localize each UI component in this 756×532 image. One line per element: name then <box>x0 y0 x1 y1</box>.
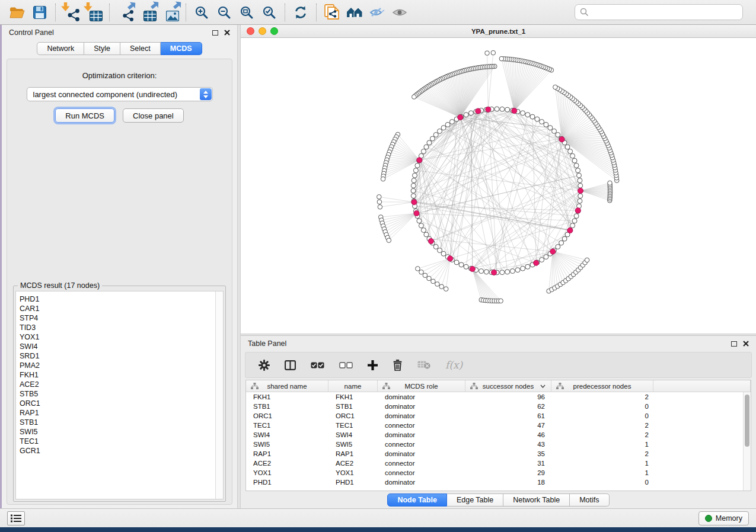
mcds-result-item[interactable]: ACE2 <box>20 380 223 389</box>
mcds-result-item[interactable]: CAR1 <box>20 304 223 313</box>
mcds-result-item[interactable]: FKH1 <box>20 370 223 380</box>
table-cell: FKH1 <box>328 392 378 402</box>
settings-gear-icon[interactable] <box>259 360 270 371</box>
float-panel-icon[interactable] <box>212 30 218 36</box>
table-row[interactable]: FKH1FKH1dominator962 <box>246 392 751 402</box>
function-builder-icon[interactable]: f(x) <box>445 359 462 371</box>
zoom-out-button[interactable] <box>213 2 235 23</box>
table-cell: 29 <box>465 468 551 477</box>
maximize-window-icon[interactable] <box>270 27 278 35</box>
run-mcds-button[interactable]: Run MCDS <box>55 108 114 123</box>
table-row[interactable]: SWI5SWI5connector431 <box>246 440 751 449</box>
tab-node-table[interactable]: Node Table <box>387 493 446 507</box>
mcds-result-item[interactable]: TID3 <box>20 323 223 332</box>
tab-network[interactable]: Network <box>37 42 84 55</box>
mcds-result-item[interactable]: GCR1 <box>20 446 223 456</box>
task-history-button[interactable] <box>7 511 25 525</box>
columns-icon[interactable] <box>285 360 296 370</box>
close-panel-icon[interactable] <box>224 30 230 36</box>
table-cell: connector <box>378 440 465 449</box>
zoom-in-icon <box>194 5 209 20</box>
table-row[interactable]: ACE2ACE2connector311 <box>246 459 751 468</box>
mcds-result-item[interactable]: STP4 <box>20 313 223 323</box>
close-panel-icon[interactable] <box>743 341 749 347</box>
refresh-view-button[interactable] <box>289 2 312 23</box>
tab-network-table[interactable]: Network Table <box>503 493 570 507</box>
tab-motifs[interactable]: Motifs <box>570 493 609 507</box>
close-window-icon[interactable] <box>247 27 254 35</box>
first-neighbors-button[interactable] <box>343 2 366 23</box>
export-network-button[interactable] <box>114 2 136 23</box>
mcds-result-item[interactable]: SRD1 <box>20 351 223 361</box>
float-panel-icon[interactable] <box>731 341 737 347</box>
mcds-result-item[interactable]: SWI5 <box>20 427 223 437</box>
mcds-result-item[interactable]: TEC1 <box>20 437 223 446</box>
criterion-dropdown[interactable]: largest connected component (undirected) <box>27 87 213 101</box>
mcds-result-item[interactable]: STB5 <box>20 389 223 399</box>
table-cell: YOX1 <box>246 468 328 477</box>
show-all-button[interactable] <box>388 2 411 23</box>
mcds-result-item[interactable]: SWI4 <box>20 342 223 351</box>
table-row[interactable]: RAP1RAP1dominator352 <box>246 449 751 459</box>
delete-table-icon[interactable] <box>417 361 430 369</box>
close-panel-button[interactable]: Close panel <box>123 108 184 123</box>
table-cell: STB1 <box>246 402 328 411</box>
column-header-shared-name[interactable]: shared name <box>246 380 328 392</box>
mcds-result-item[interactable]: ORC1 <box>20 399 223 408</box>
import-table-button[interactable] <box>82 2 105 23</box>
search-box[interactable] <box>575 4 743 20</box>
table-scrollbar[interactable] <box>743 392 751 491</box>
control-panel-title: Control Panel <box>9 28 54 37</box>
mcds-result-list[interactable]: PHD1CAR1STP4TID3YOX1SWI4SRD1PMA2FKH1ACE2… <box>15 291 224 499</box>
delete-column-icon[interactable] <box>393 360 403 371</box>
table-cell: 96 <box>465 392 551 402</box>
mcds-list-scrollbar[interactable] <box>215 291 223 499</box>
table-row[interactable]: SWI4SWI4dominator462 <box>246 430 751 440</box>
column-header-mcds-role[interactable]: MCDS role <box>378 380 465 392</box>
table-icon <box>90 11 103 21</box>
network-graph[interactable] <box>241 38 756 334</box>
zoom-selected-button[interactable] <box>258 2 280 23</box>
import-network-button[interactable] <box>60 2 82 23</box>
tab-mcds[interactable]: MCDS <box>161 42 202 55</box>
tab-select[interactable]: Select <box>120 42 161 55</box>
criterion-value: largest connected component (undirected) <box>33 90 178 99</box>
duplicate-network-button[interactable] <box>321 2 343 23</box>
select-all-checkboxes-icon[interactable] <box>311 362 324 368</box>
table-row[interactable]: TEC1TEC1connector472 <box>246 421 751 430</box>
add-column-icon[interactable] <box>368 360 378 370</box>
table-row[interactable]: YOX1YOX1connector291 <box>246 468 751 477</box>
deselect-all-checkboxes-icon[interactable] <box>339 362 353 368</box>
mcds-result-item[interactable]: RAP1 <box>20 408 223 418</box>
table-cell: 31 <box>465 459 551 468</box>
open-file-button[interactable] <box>6 2 28 23</box>
search-input[interactable] <box>592 8 738 17</box>
tab-style[interactable]: Style <box>84 42 120 55</box>
export-table-button[interactable] <box>136 2 159 23</box>
mcds-result-item[interactable]: PHD1 <box>20 294 223 304</box>
hide-selected-button[interactable] <box>366 2 388 23</box>
table-row[interactable]: ORC1ORC1dominator610 <box>246 411 751 421</box>
column-header-successor-nodes[interactable]: successor nodes <box>465 380 551 392</box>
mcds-result-item[interactable]: STB1 <box>20 418 223 427</box>
table-cell: dominator <box>378 402 465 411</box>
zoom-fit-button[interactable] <box>235 2 258 23</box>
network-window-title: YPA_prune.txt_1 <box>471 28 525 35</box>
zoom-in-button[interactable] <box>190 2 213 23</box>
scrollbar-thumb[interactable] <box>745 395 749 447</box>
table-cell: ORC1 <box>328 411 378 421</box>
column-header-name[interactable]: name <box>328 380 378 392</box>
save-session-button[interactable] <box>28 2 51 23</box>
minimize-window-icon[interactable] <box>259 27 266 35</box>
column-header-predecessor-nodes[interactable]: predecessor nodes <box>551 380 653 392</box>
mcds-result-item[interactable]: YOX1 <box>20 332 223 342</box>
tab-edge-table[interactable]: Edge Table <box>447 493 503 507</box>
table-row[interactable]: STB1STB1dominator620 <box>246 402 751 411</box>
network-window-titlebar[interactable]: YPA_prune.txt_1 <box>241 25 756 38</box>
network-canvas[interactable] <box>241 38 756 334</box>
export-arrow-icon <box>173 1 182 9</box>
mcds-result-item[interactable]: PMA2 <box>20 361 223 370</box>
memory-button[interactable]: Memory <box>698 511 749 525</box>
table-row[interactable]: PHD1PHD1dominator180 <box>246 477 751 487</box>
export-image-button[interactable] <box>159 2 181 23</box>
